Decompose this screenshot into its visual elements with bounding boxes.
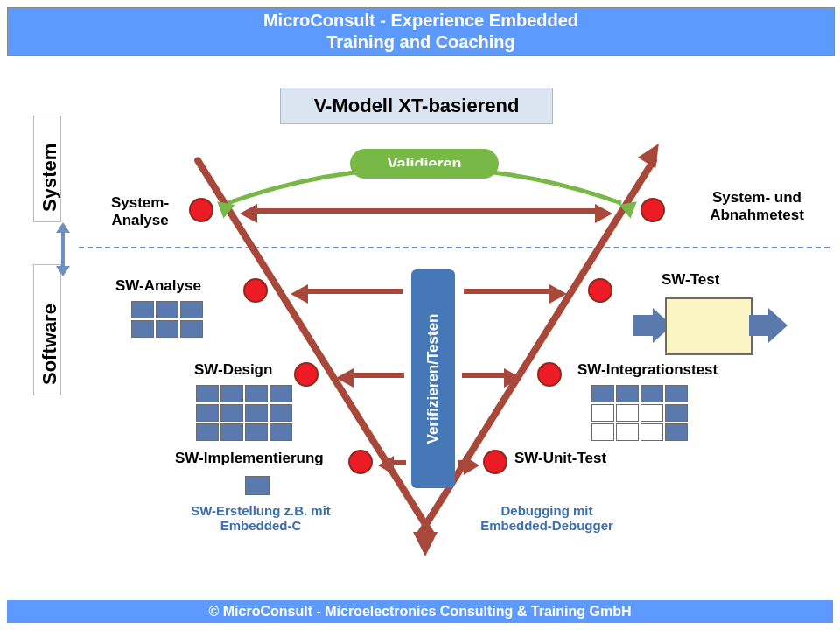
swtest-box [665, 298, 752, 355]
node-system-analyse [189, 198, 214, 222]
caption-right: Debugging mit Embedded-Debugger [464, 503, 630, 533]
node-system-abnahmetest [640, 198, 665, 222]
label-sw-integrationstest: SW-Integrationstest [578, 361, 718, 379]
link-arrow-2-left-icon [290, 284, 308, 304]
link-arrow-2-right-icon [550, 284, 567, 304]
link-arrow-3-right-icon [504, 368, 522, 388]
axis-connector [61, 231, 65, 268]
link-arrow-1-left-icon [240, 204, 257, 223]
link-arrow-3l [352, 373, 404, 378]
label-sw-implementierung: SW-Implementierung [175, 450, 324, 467]
swtest-in-arrow-body [634, 315, 654, 336]
link-arrow-2l [306, 289, 402, 294]
label-sw-test: SW-Test [662, 271, 719, 289]
grid-sw-analyse [131, 301, 201, 336]
diagram-title: V-Modell XT-basierend [280, 88, 553, 124]
node-sw-design [294, 362, 318, 387]
axis-connector-down-icon [56, 266, 70, 276]
verify-label: Verifizieren/Testen [424, 314, 442, 444]
swtest-out-arrow-body [749, 315, 770, 336]
label-system-analyse: System- Analyse [96, 194, 184, 229]
grid-sw-integration [592, 385, 686, 439]
link-arrow-1 [256, 208, 597, 214]
axis-connector-up-icon [56, 222, 70, 233]
caption-left: SW-Erstellung z.B. mit Embedded-C [182, 503, 340, 533]
swtest-out-arrow-icon [768, 308, 788, 343]
v-bottom-arrowhead-icon [413, 532, 438, 556]
label-sw-unit-test: SW-Unit-Test [514, 450, 606, 467]
node-sw-integrationstest [537, 362, 562, 387]
label-sw-design: SW-Design [194, 361, 272, 379]
link-arrow-3-left-icon [336, 368, 354, 388]
system-software-divider [79, 247, 830, 248]
axis-label-system: System [38, 144, 61, 212]
header-banner: MicroConsult - Experience Embedded Train… [7, 7, 835, 56]
grid-sw-design [196, 385, 290, 439]
node-sw-test [588, 278, 612, 303]
footer-banner: © MicroConsult - Microelectronics Consul… [7, 600, 833, 623]
grid-sw-impl [245, 476, 268, 495]
header-line1: MicroConsult - Experience Embedded [8, 10, 834, 32]
node-sw-implementierung [348, 450, 373, 474]
label-system-abnahmetest: System- und Abnahmetest [691, 189, 822, 224]
axis-label-software: Software [38, 304, 61, 385]
link-arrow-1-right-icon [595, 204, 612, 223]
link-arrow-3r [462, 373, 506, 378]
label-sw-analyse: SW-Analyse [116, 277, 201, 295]
link-arrow-4-right-icon [464, 456, 480, 475]
link-arrow-4l [392, 460, 406, 466]
link-arrow-2r [464, 289, 551, 294]
link-arrow-4-left-icon [378, 456, 394, 475]
node-sw-unit-test [483, 450, 508, 474]
v-right-arrowhead-icon [638, 138, 668, 169]
header-line2: Training and Coaching [8, 32, 834, 53]
validate-arc-icon [210, 150, 639, 212]
node-sw-analyse [243, 278, 268, 303]
verify-box: Verifizieren/Testen [411, 270, 455, 488]
